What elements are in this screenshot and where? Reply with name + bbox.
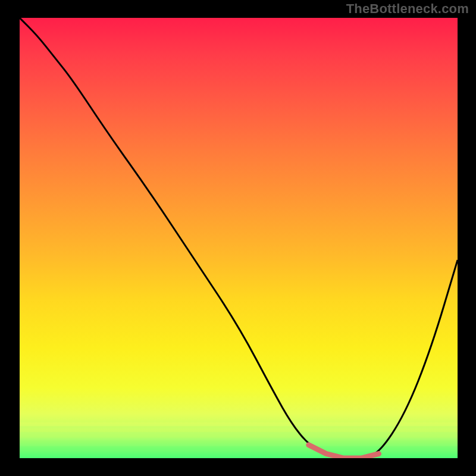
- plot-area: [20, 18, 458, 458]
- watermark-text: TheBottleneck.com: [346, 1, 469, 17]
- curve-svg: [20, 18, 458, 458]
- highlight-bottom-path: [309, 445, 379, 458]
- chart-frame: TheBottleneck.com: [0, 0, 476, 476]
- bottleneck-curve-path: [20, 18, 458, 458]
